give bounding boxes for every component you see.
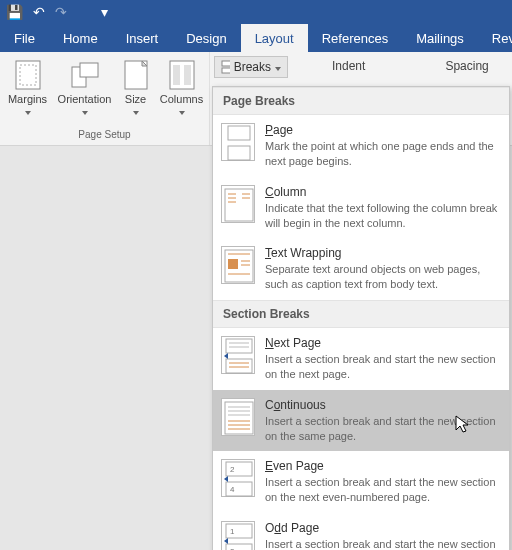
svg-rect-8 bbox=[222, 61, 230, 66]
svg-rect-7 bbox=[184, 65, 191, 85]
size-label: Size bbox=[125, 93, 146, 105]
break-option-continuous[interactable]: Continuous Insert a section break and st… bbox=[213, 390, 509, 452]
nextpage-break-icon bbox=[221, 336, 255, 374]
break-option-odd-page[interactable]: 13 Odd Page Insert a section break and s… bbox=[213, 513, 509, 550]
break-option-next-page[interactable]: Next Page Insert a section break and sta… bbox=[213, 328, 509, 390]
chevron-down-icon bbox=[179, 111, 185, 115]
size-button[interactable]: Size bbox=[116, 56, 156, 115]
chevron-down-icon bbox=[25, 111, 31, 115]
orientation-label: Orientation bbox=[58, 93, 112, 105]
svg-rect-19 bbox=[228, 259, 238, 269]
break-option-column[interactable]: Column Indicate that the text following … bbox=[213, 177, 509, 239]
page-setup-group-label: Page Setup bbox=[78, 129, 130, 143]
column-title: Column bbox=[265, 185, 499, 199]
breaks-icon bbox=[221, 60, 230, 74]
chevron-down-icon bbox=[133, 111, 139, 115]
ribbon-tabs: File Home Insert Design Layout Reference… bbox=[0, 24, 512, 52]
save-icon[interactable]: 💾 bbox=[6, 4, 23, 20]
break-option-text-wrapping[interactable]: Text Wrapping Separate text around objec… bbox=[213, 238, 509, 300]
continuous-desc: Insert a section break and start the new… bbox=[265, 414, 499, 444]
chevron-down-icon bbox=[275, 67, 281, 71]
orientation-icon bbox=[69, 60, 101, 90]
columns-button[interactable]: Columns bbox=[156, 56, 208, 115]
svg-text:4: 4 bbox=[230, 485, 235, 494]
evenpage-title: Even Page bbox=[265, 459, 499, 473]
svg-rect-24 bbox=[226, 339, 252, 353]
breaks-label: Breaks bbox=[234, 60, 271, 74]
columns-label: Columns bbox=[160, 93, 203, 105]
margins-button[interactable]: Margins bbox=[2, 56, 54, 115]
chevron-down-icon bbox=[82, 111, 88, 115]
svg-text:1: 1 bbox=[230, 527, 235, 536]
svg-rect-9 bbox=[222, 68, 230, 73]
size-icon bbox=[120, 60, 152, 90]
oddpage-break-icon: 13 bbox=[221, 521, 255, 550]
svg-rect-11 bbox=[228, 146, 250, 160]
continuous-title: Continuous bbox=[265, 398, 499, 412]
evenpage-break-icon: 24 bbox=[221, 459, 255, 497]
oddpage-desc: Insert a section break and start the new… bbox=[265, 537, 499, 550]
page-title: Page bbox=[265, 123, 499, 137]
page-breaks-header: Page Breaks bbox=[213, 87, 509, 115]
break-option-page[interactable]: Page Mark the point at which one page en… bbox=[213, 115, 509, 177]
evenpage-desc: Insert a section break and start the new… bbox=[265, 475, 499, 505]
tab-mailings[interactable]: Mailings bbox=[402, 24, 478, 52]
oddpage-title: Odd Page bbox=[265, 521, 499, 535]
column-desc: Indicate that the text following the col… bbox=[265, 201, 499, 231]
svg-rect-6 bbox=[173, 65, 180, 85]
margins-icon bbox=[12, 60, 44, 90]
tab-references[interactable]: References bbox=[308, 24, 402, 52]
orientation-button[interactable]: Orientation bbox=[54, 56, 116, 115]
section-breaks-header: Section Breaks bbox=[213, 300, 509, 328]
tab-insert[interactable]: Insert bbox=[112, 24, 173, 52]
tab-layout[interactable]: Layout bbox=[241, 24, 308, 52]
tab-review[interactable]: Revie bbox=[478, 24, 512, 52]
break-option-even-page[interactable]: 24 Even Page Insert a section break and … bbox=[213, 451, 509, 513]
svg-rect-10 bbox=[228, 126, 250, 140]
nextpage-desc: Insert a section break and start the new… bbox=[265, 352, 499, 382]
textwrap-title: Text Wrapping bbox=[265, 246, 499, 260]
tab-home[interactable]: Home bbox=[49, 24, 112, 52]
page-setup-group: Margins Orientation Size bbox=[0, 52, 210, 145]
svg-rect-3 bbox=[80, 63, 98, 77]
breaks-dropdown: Page Breaks Page Mark the point at which… bbox=[212, 86, 510, 550]
tab-file[interactable]: File bbox=[0, 24, 49, 52]
textwrap-desc: Separate text around objects on web page… bbox=[265, 262, 499, 292]
spacing-label: Spacing bbox=[445, 59, 488, 73]
svg-rect-27 bbox=[226, 359, 252, 373]
continuous-break-icon bbox=[221, 398, 255, 436]
quick-access-toolbar: 💾 ↶ ↷ ▾ bbox=[0, 0, 512, 24]
breaks-button[interactable]: Breaks bbox=[214, 56, 288, 78]
tab-design[interactable]: Design bbox=[172, 24, 240, 52]
textwrap-break-icon bbox=[221, 246, 255, 284]
page-break-icon bbox=[221, 123, 255, 161]
columns-icon bbox=[166, 60, 198, 90]
column-break-icon bbox=[221, 185, 255, 223]
qat-more-icon[interactable]: ▾ bbox=[101, 4, 108, 20]
nextpage-title: Next Page bbox=[265, 336, 499, 350]
margins-label: Margins bbox=[8, 93, 47, 105]
undo-icon[interactable]: ↶ bbox=[33, 4, 45, 20]
indent-label: Indent bbox=[332, 59, 365, 73]
svg-text:2: 2 bbox=[230, 465, 235, 474]
page-desc: Mark the point at which one page ends an… bbox=[265, 139, 499, 169]
redo-icon[interactable]: ↷ bbox=[55, 4, 67, 20]
